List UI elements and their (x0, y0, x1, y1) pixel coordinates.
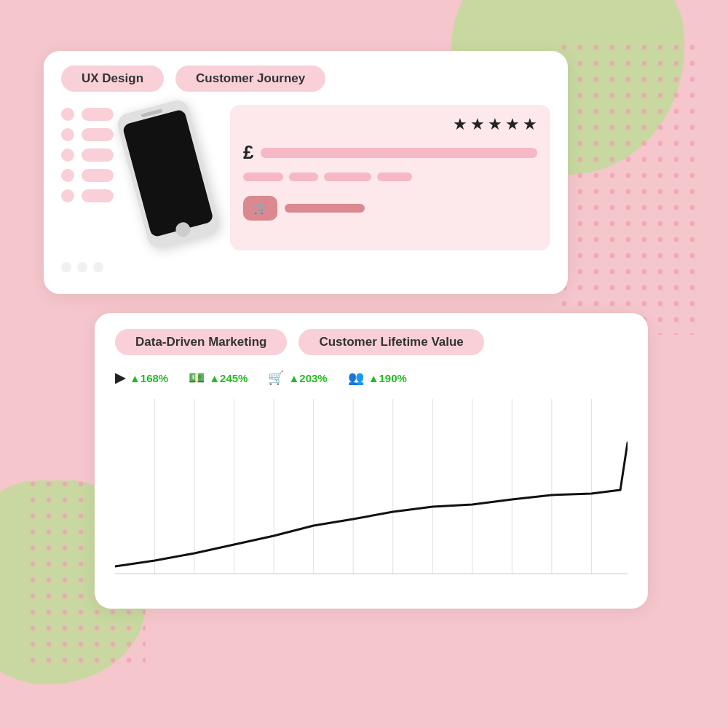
orders-percent: ▲203% (288, 372, 327, 384)
customers-percent: ▲190% (368, 372, 407, 384)
star-1: ★ (453, 115, 467, 134)
cursor-icon: ▶ (115, 370, 125, 386)
metrics-row: ▶ ▲168% 💵 ▲245% 🛒 ▲203% 👥 ▲190% (115, 370, 628, 386)
bottom-tabs: Data-Driven Marketing Customer Lifetime … (115, 329, 628, 355)
nav-dot-2 (77, 262, 87, 272)
metric-customers: 👥 ▲190% (348, 370, 407, 386)
star-3: ★ (488, 115, 502, 134)
card-top: UX Design Customer Journey (44, 51, 568, 294)
detail-bar-1 (243, 173, 283, 181)
nav-dot-3 (93, 262, 103, 272)
phone-illustration (121, 98, 215, 250)
right-panel: ★ ★ ★ ★ ★ £ 🛒 (230, 105, 550, 250)
metric-orders: 🛒 ▲203% (268, 370, 327, 386)
tab-customer-lifetime-value[interactable]: Customer Lifetime Value (298, 329, 483, 355)
card-dots-row (61, 262, 550, 272)
star-2: ★ (470, 115, 485, 134)
detail-bar-4 (377, 173, 412, 181)
sidebar-dot-5 (61, 189, 74, 202)
phone-screen (122, 108, 214, 237)
chart-svg (115, 399, 628, 588)
tab-data-driven-marketing[interactable]: Data-Driven Marketing (115, 329, 287, 355)
star-4: ★ (505, 115, 520, 134)
metric-revenue: 💵 ▲245% (189, 370, 248, 386)
sidebar-dot-4 (61, 169, 74, 182)
cart-metric-icon: 🛒 (268, 370, 284, 386)
sidebar-dot-3 (61, 149, 74, 162)
sidebar-bar-1 (82, 108, 114, 121)
sidebar-bar-4 (82, 169, 114, 182)
cart-icon: 🛒 (253, 202, 267, 215)
pound-sign: £ (243, 141, 253, 164)
tab-customer-journey[interactable]: Customer Journey (175, 66, 325, 92)
price-bar (261, 148, 537, 158)
svg-rect-1 (561, 44, 706, 335)
sidebar-bars (82, 108, 114, 202)
cart-row: 🛒 (243, 196, 537, 221)
phone-body (115, 98, 221, 250)
people-icon: 👥 (348, 370, 364, 386)
stars-row: ★ ★ ★ ★ ★ (243, 115, 537, 134)
cart-button[interactable]: 🛒 (243, 196, 277, 221)
price-row: £ (243, 141, 537, 164)
cart-label-bar (285, 204, 365, 213)
star-5: ★ (523, 115, 537, 134)
sidebar-dot-1 (61, 108, 74, 121)
revenue-percent: ▲245% (209, 372, 248, 384)
clicks-percent: ▲168% (130, 372, 168, 384)
sidebar-dot-2 (61, 128, 74, 141)
nav-dot-1 (61, 262, 71, 272)
left-panel (61, 105, 215, 250)
sidebar-dots (61, 108, 74, 202)
top-tabs: UX Design Customer Journey (61, 66, 550, 92)
dot-grid-right (561, 44, 706, 335)
tab-ux-design[interactable]: UX Design (61, 66, 164, 92)
chart-area (115, 399, 628, 588)
sidebar-bar-2 (82, 128, 114, 141)
detail-bars (243, 173, 537, 181)
detail-bar-2 (289, 173, 318, 181)
sidebar-bar-5 (82, 189, 114, 202)
detail-bar-3 (324, 173, 371, 181)
sidebar-bar-3 (82, 149, 114, 162)
money-icon: 💵 (189, 370, 205, 386)
card-bottom: Data-Driven Marketing Customer Lifetime … (95, 313, 648, 609)
metric-clicks: ▶ ▲168% (115, 370, 168, 386)
top-card-content: ★ ★ ★ ★ ★ £ 🛒 (61, 105, 550, 250)
